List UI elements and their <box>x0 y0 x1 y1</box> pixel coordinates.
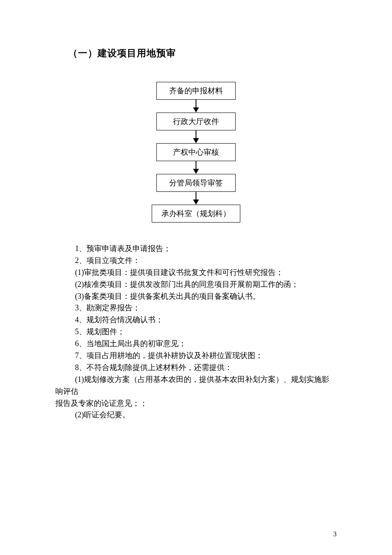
arrow-down-icon <box>193 100 199 113</box>
flowchart: 齐备的申报材料 行政大厅收件 产权中心审核 分管局领导审签 承办科室（规划科） <box>55 82 337 223</box>
flow-step-4: 分管局领导审签 <box>156 174 236 192</box>
list-subitem: (2)听证会纪要。 <box>75 409 337 421</box>
arrow-down-icon <box>193 192 199 205</box>
list-item: 7、项目占用耕地的，提供补耕协议及补耕位置现状图； <box>75 350 337 362</box>
list-item: 8、不符合规划除提供上述材料外，还需提供： <box>75 362 337 374</box>
flow-step-2: 行政大厅收件 <box>156 113 236 130</box>
list-item: 6、当地国土局出具的初审意见； <box>75 338 337 350</box>
list-subitem: (3)备案类项目：提供备案机关出具的项目备案确认书。 <box>75 291 337 303</box>
arrow-down-icon <box>193 161 199 174</box>
paragraph-line: 报告及专家的论证意见；； <box>55 398 337 410</box>
list-subitem: (2)核准类项目：提供发改部门出具的同意项目开展前期工作的函； <box>75 279 337 291</box>
body-content: 1、预审申请表及申请报告； 2、项目立项文件： (1)审批类项目：提供项目建议书… <box>55 243 337 421</box>
flow-step-1: 齐备的申报材料 <box>156 82 236 100</box>
list-item: 5、规划图件； <box>75 326 337 338</box>
flow-step-5: 承办科室（规划科） <box>152 205 240 223</box>
list-subitem: (1)审批类项目：提供项目建议书批复文件和可行性研究报告； <box>75 267 337 279</box>
arrow-down-icon <box>193 130 199 143</box>
list-item: 4、规划符合情况确认书； <box>75 314 337 326</box>
section-title: （一）建设项目用地预审 <box>68 47 337 60</box>
flow-step-3: 产权中心审核 <box>156 143 236 161</box>
paragraph-line: (1)规划修改方案（占用基本农田的，提供基本农田补划方案）、规划实施影响评估 <box>55 374 337 398</box>
list-item: 1、预审申请表及申请报告； <box>75 243 337 255</box>
list-item: 3、勘测定界报告； <box>75 302 337 314</box>
list-item: 2、项目立项文件： <box>75 255 337 267</box>
page-number: 3 <box>333 530 337 538</box>
